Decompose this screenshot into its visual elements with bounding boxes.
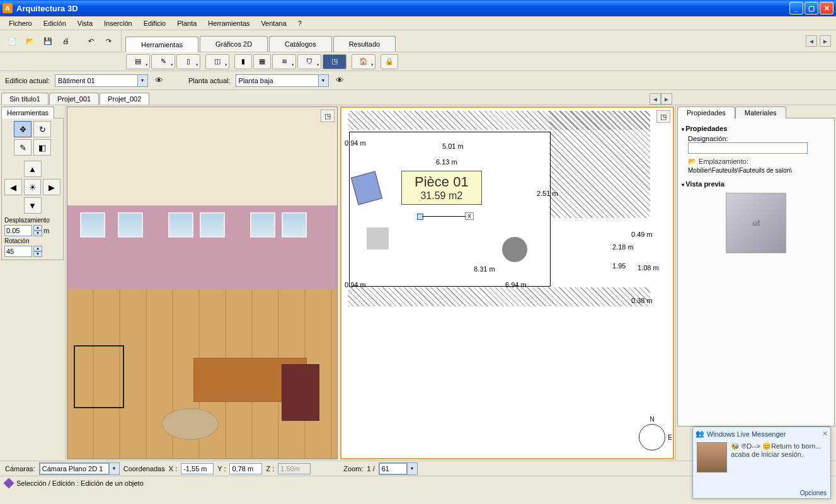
lock-tool[interactable]: 🔒: [381, 54, 398, 69]
zoom-dropdown[interactable]: ▾: [407, 463, 417, 474]
z-label: Z :: [266, 465, 274, 472]
menu-planta[interactable]: Planta: [172, 18, 202, 28]
room-name: Pièce 01: [415, 174, 469, 190]
menu-herramientas[interactable]: Herramientas: [203, 18, 255, 28]
building-combo[interactable]: ▾: [55, 74, 148, 87]
zoom-input[interactable]: [379, 463, 407, 474]
redo-button[interactable]: ↷: [101, 33, 116, 49]
menu-help[interactable]: ?: [293, 18, 307, 28]
undo-button[interactable]: ↶: [83, 33, 98, 49]
nav-center[interactable]: ☀: [24, 179, 42, 195]
menu-edicion[interactable]: Edición: [38, 18, 71, 28]
new-button[interactable]: 📄: [5, 33, 20, 49]
doc-tab-1[interactable]: Projet_001: [49, 93, 99, 105]
menubar: Fichero Edición Vista Inserción Edificio…: [0, 16, 836, 30]
tab-resultado[interactable]: Resultado: [333, 36, 396, 52]
tab-herramientas[interactable]: Herramientas: [125, 37, 198, 52]
menu-edificio[interactable]: Edificio: [139, 18, 171, 28]
viewport-2d[interactable]: Pièce 01 31.59 m2 X 0.94 m 5.01 m 6.13 m…: [340, 106, 674, 459]
cam-input[interactable]: [40, 463, 109, 474]
menu-insercion[interactable]: Inserción: [99, 18, 137, 28]
nav-up[interactable]: ▲: [24, 161, 42, 177]
nav-down[interactable]: ▼: [24, 197, 42, 214]
app-icon: A: [3, 3, 13, 13]
tool-panel-title: Herramientas: [1, 106, 54, 118]
zoom-ratio: 1 /: [367, 465, 375, 472]
building-eye-icon[interactable]: 👁: [153, 74, 166, 87]
floor-label: Planta actual:: [188, 77, 231, 84]
pencil-tool[interactable]: ✎: [151, 54, 175, 69]
dim-12: 0.38 m: [631, 297, 653, 304]
rot-down[interactable]: ▼: [33, 251, 42, 257]
floor-combo[interactable]: ▾: [236, 74, 329, 87]
floor-dropdown[interactable]: ▾: [318, 75, 328, 86]
preview-thumbnail: 🛋: [726, 193, 786, 253]
floor-input[interactable]: [236, 75, 318, 86]
rotate-tool[interactable]: ↻: [33, 121, 51, 137]
roof-tool[interactable]: ⛉: [297, 54, 321, 69]
minimize-button[interactable]: _: [789, 2, 803, 14]
move-tool[interactable]: ✥: [14, 121, 31, 137]
erase-tool[interactable]: ◧: [33, 139, 51, 156]
doc-tab-0[interactable]: Sin título1: [1, 93, 49, 105]
menu-vista[interactable]: Vista: [72, 18, 98, 28]
scroll-right-button[interactable]: ►: [820, 35, 831, 47]
column-tool[interactable]: ▮: [234, 54, 252, 69]
cam-dropdown[interactable]: ▾: [109, 463, 119, 474]
disp-input[interactable]: [4, 225, 32, 236]
toolbar-main: 📄 📂 💾 🖨 ↶ ↷ Herramientas Gráficos 2D Cat…: [0, 30, 836, 52]
toast-options[interactable]: Opciones: [800, 490, 827, 496]
close-button[interactable]: ✕: [820, 2, 833, 14]
document-tabs: Sin título1 Projet_001 Projet_002 ◄ ►: [0, 90, 836, 105]
menu-fichero[interactable]: Fichero: [4, 18, 37, 28]
print-button[interactable]: 🖨: [58, 33, 73, 49]
ribbon-tabs: Herramientas Gráficos 2D Catálogos Resul…: [122, 30, 806, 52]
open-button[interactable]: 📂: [23, 33, 38, 49]
tab-graficos2d[interactable]: Gráficos 2D: [200, 36, 268, 52]
disp-up[interactable]: ▲: [33, 225, 42, 231]
viewport3d-maximize[interactable]: ◳: [321, 110, 335, 122]
rot-input[interactable]: [4, 246, 32, 257]
titlebar: A Arquitectura 3D _ ▢ ✕: [0, 0, 836, 16]
x-input[interactable]: [181, 463, 214, 474]
building-dropdown[interactable]: ▾: [137, 75, 147, 86]
doc-scroll-left[interactable]: ◄: [650, 93, 661, 105]
tab-propiedades[interactable]: Propiedades: [677, 106, 735, 118]
edit-tool[interactable]: ✎: [14, 139, 31, 156]
doc-tab-2[interactable]: Projet_002: [100, 93, 149, 105]
nav-left[interactable]: ◀: [4, 179, 22, 195]
toast-close[interactable]: ✕: [822, 430, 828, 438]
disp-down[interactable]: ▼: [33, 231, 42, 236]
menu-ventana[interactable]: Ventana: [256, 18, 291, 28]
messenger-toast[interactable]: 👥 Windows Live Messenger ✕ 🐝 ®D--> 😊Retu…: [692, 427, 831, 499]
y-input[interactable]: [229, 463, 262, 474]
building-label: Edificio actual:: [5, 77, 50, 84]
building-input[interactable]: [55, 75, 137, 86]
dim-8: 2.18 m: [612, 243, 634, 251]
nav-right[interactable]: ▶: [43, 179, 60, 195]
window-tool[interactable]: ◫: [205, 54, 229, 69]
main-area: Herramientas ✥ ↻ ✎ ◧ ▲ ◀ ☀ ▶ ▼ Desplazam…: [0, 105, 836, 461]
viewport-3d[interactable]: ◳: [67, 106, 338, 459]
dim-3: 6.13 m: [436, 158, 457, 166]
tab-materiales[interactable]: Materiales: [735, 106, 786, 118]
zoom-combo[interactable]: ▾: [379, 462, 418, 475]
home-tool[interactable]: 🏠: [352, 54, 375, 69]
stairs-tool[interactable]: ≋: [272, 54, 296, 69]
wall-tool[interactable]: ▤: [126, 54, 150, 69]
status-text: Selección / Edición : Edición de un obje…: [16, 479, 144, 487]
door-tool[interactable]: ▯: [176, 54, 200, 69]
doc-scroll-right[interactable]: ►: [661, 93, 672, 105]
scroll-left-button[interactable]: ◄: [806, 35, 817, 47]
input-designacion[interactable]: [688, 142, 808, 154]
rot-up[interactable]: ▲: [33, 246, 42, 251]
view3d-tool[interactable]: ◳: [323, 54, 346, 69]
cam-combo[interactable]: ▾: [39, 462, 120, 475]
save-button[interactable]: 💾: [40, 33, 55, 49]
maximize-button[interactable]: ▢: [805, 2, 818, 14]
panel-tool[interactable]: ▦: [253, 54, 271, 69]
viewport2d-maximize[interactable]: ◳: [656, 110, 670, 123]
floor-eye-icon[interactable]: 👁: [334, 74, 346, 87]
tab-catalogos[interactable]: Catálogos: [269, 36, 332, 52]
toast-msg-1: 🐝 ®D--> 😊Return to born...: [731, 442, 827, 450]
